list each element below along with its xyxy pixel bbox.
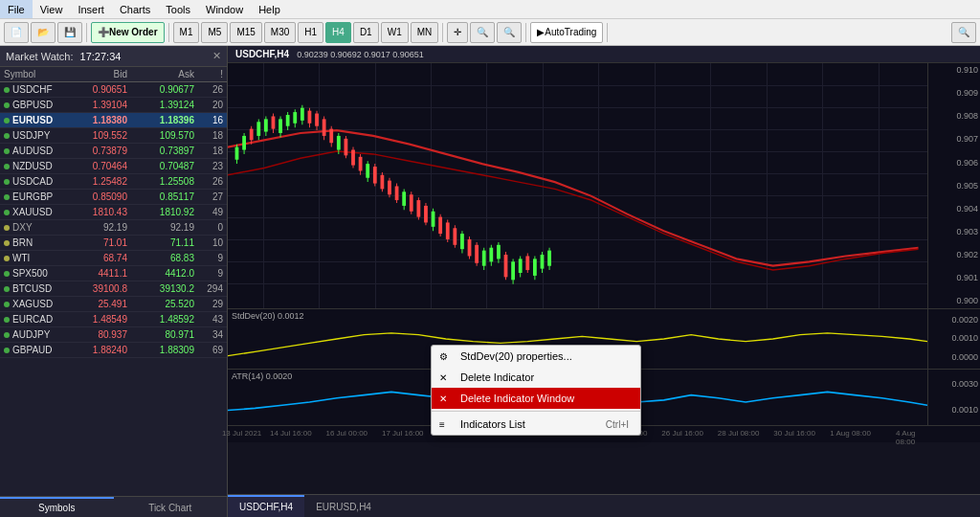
stddev-label: StdDev(20) 0.0012 [232, 311, 304, 321]
list-item[interactable]: EURCAD1.485491.4859243 [0, 312, 227, 327]
svg-rect-55 [432, 212, 435, 227]
main-chart[interactable]: 0.910 0.909 0.908 0.907 0.906 0.905 0.90… [228, 63, 980, 309]
svg-rect-65 [468, 239, 472, 257]
list-item[interactable]: NZDUSD0.704640.7048723 [0, 159, 227, 174]
timeframe-m5[interactable]: M5 [201, 22, 228, 43]
svg-rect-7 [256, 122, 260, 136]
timeframe-m30[interactable]: M30 [264, 22, 296, 43]
timeframe-h1[interactable]: H1 [298, 22, 323, 43]
zoom-in-button[interactable]: 🔍 [470, 22, 495, 43]
list-item[interactable]: GBPUSD1.391041.3912420 [0, 98, 227, 113]
tab-usdchf-h4[interactable]: USDCHF,H4 [228, 495, 304, 517]
status-dot [4, 256, 10, 261]
price-label: 0.0010 [930, 405, 978, 415]
list-item[interactable]: USDCAD1.254821.2550826 [0, 174, 227, 190]
list-item[interactable]: SPX5004411.14412.09 [0, 266, 227, 281]
timeframe-m15[interactable]: M15 [230, 22, 261, 43]
timeframe-m1[interactable]: M1 [173, 22, 200, 43]
svg-rect-19 [301, 108, 304, 121]
timeframe-d1[interactable]: D1 [353, 22, 379, 43]
ctx-delete-indicator-window[interactable]: ✕ Delete Indicator Window [432, 388, 640, 409]
menu-file[interactable]: File [0, 0, 33, 18]
list-item[interactable]: USDCHF0.906510.9067726 [0, 82, 227, 98]
time-label: 13 Jul 2021 [222, 429, 261, 438]
toolbar-separator-1 [86, 23, 87, 42]
status-dot [4, 225, 10, 231]
timeframe-mn[interactable]: MN [411, 22, 439, 43]
list-item[interactable]: AUDUSD0.738790.7389718 [0, 144, 227, 159]
market-watch-close[interactable]: ✕ [212, 50, 221, 62]
menu-tools[interactable]: Tools [158, 0, 198, 18]
search-button[interactable]: 🔍 [951, 22, 976, 43]
crosshair-button[interactable]: ✛ [447, 22, 468, 43]
chart-area: USDCHF,H4 0.90239 0.90692 0.9017 0.90651 [228, 46, 980, 517]
price-scale: 0.910 0.909 0.908 0.907 0.906 0.905 0.90… [927, 63, 980, 308]
ctx-delete-indicator[interactable]: ✕ Delete Indicator [432, 367, 640, 388]
list-icon: ≡ [439, 419, 445, 430]
main-layout: Market Watch: 17:27:34 ✕ Symbol Bid Ask … [0, 46, 980, 517]
svg-rect-57 [438, 217, 442, 235]
toolbar-separator-5 [607, 23, 608, 42]
timeframe-h4[interactable]: H4 [325, 22, 351, 43]
status-dot [4, 118, 10, 124]
svg-rect-5 [250, 129, 254, 141]
list-item[interactable]: XAUUSD1810.431810.9249 [0, 205, 227, 220]
svg-rect-1 [235, 147, 239, 160]
autotrading-button[interactable]: ▶ AutoTrading [530, 22, 603, 43]
open-button[interactable]: 📂 [31, 22, 56, 43]
menu-window[interactable]: Window [198, 0, 251, 18]
svg-rect-53 [424, 206, 428, 223]
menu-view[interactable]: View [33, 0, 71, 18]
save-button[interactable]: 💾 [57, 22, 82, 43]
new-order-button[interactable]: ➕ New Order [91, 22, 165, 43]
new-order-label: New Order [109, 27, 158, 37]
list-item[interactable]: DXY92.1992.190 [0, 220, 227, 236]
svg-rect-37 [366, 164, 369, 178]
ma-line [228, 130, 919, 266]
svg-rect-3 [242, 136, 246, 150]
list-item[interactable]: XAGUSD25.49125.52029 [0, 297, 227, 312]
delete-window-icon: ✕ [439, 393, 447, 404]
list-item[interactable]: AUDJPY80.93780.97134 [0, 327, 227, 343]
svg-rect-29 [337, 136, 341, 150]
svg-rect-33 [351, 150, 355, 166]
new-file-button[interactable]: 📄 [4, 22, 29, 43]
status-dot [4, 164, 10, 169]
svg-rect-77 [511, 261, 515, 280]
list-item[interactable]: WTI68.7468.839 [0, 251, 227, 266]
ctx-indicators-list[interactable]: ≡ Indicators List Ctrl+I [432, 414, 640, 435]
zoom-out-button[interactable]: 🔍 [497, 22, 522, 43]
price-label: 0.906 [930, 158, 978, 168]
toolbar-separator-2 [168, 23, 169, 42]
menu-charts[interactable]: Charts [112, 0, 158, 18]
list-item[interactable]: EURUSD1.183801.1839616 [0, 113, 227, 128]
list-item[interactable]: BRN71.0171.1110 [0, 236, 227, 251]
svg-rect-75 [504, 255, 508, 277]
tab-symbols[interactable]: Symbols [0, 497, 114, 517]
list-item[interactable]: BTCUSD39100.839130.2294 [0, 281, 227, 297]
ctx-stddev-properties[interactable]: ⚙ StdDev(20) properties... [432, 346, 640, 367]
tab-eurusd-h4[interactable]: EURUSD,H4 [304, 495, 383, 517]
ctx-item-label: Delete Indicator [460, 371, 534, 383]
svg-rect-9 [264, 119, 268, 131]
status-dot [4, 332, 10, 338]
stddev-price-scale: 0.0020 0.0010 0.0000 [927, 309, 980, 369]
list-item[interactable]: EURGBP0.850900.8511727 [0, 190, 227, 205]
ctx-item-label: Indicators List [460, 418, 525, 430]
svg-rect-11 [272, 116, 276, 128]
timeframe-w1[interactable]: W1 [381, 22, 409, 43]
svg-rect-85 [541, 255, 545, 269]
time-label: 28 Jul 08:00 [718, 429, 760, 438]
svg-rect-41 [380, 175, 384, 190]
time-label: 14 Jul 16:00 [270, 429, 312, 438]
menu-help[interactable]: Help [251, 0, 288, 18]
status-dot [4, 348, 10, 353]
list-item[interactable]: GBPAUD1.882401.8830969 [0, 343, 227, 358]
col-spread: ! [198, 67, 227, 81]
tab-tick-chart[interactable]: Tick Chart [114, 497, 228, 517]
menu-insert[interactable]: Insert [70, 0, 112, 18]
list-item[interactable]: USDJPY109.552109.57018 [0, 128, 227, 144]
autotrading-label: AutoTrading [545, 27, 596, 37]
market-watch-title: Market Watch: 17:27:34 [6, 51, 121, 62]
svg-rect-15 [286, 115, 290, 126]
